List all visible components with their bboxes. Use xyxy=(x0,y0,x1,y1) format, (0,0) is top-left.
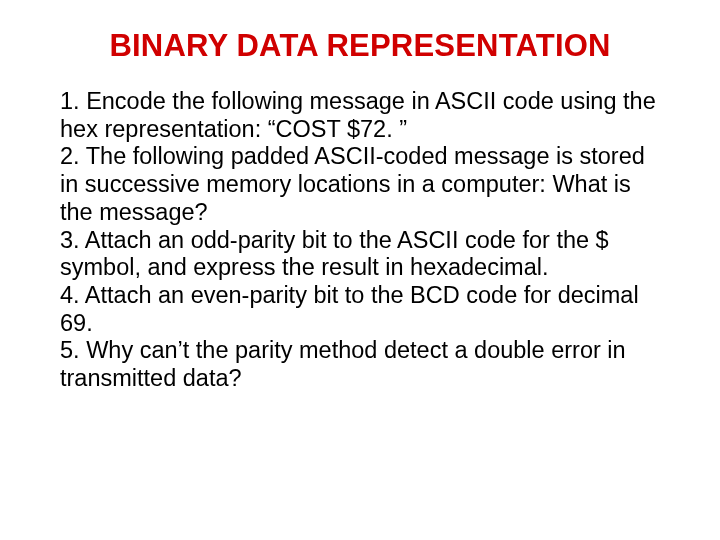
list-item: 4. Attach an even-parity bit to the BCD … xyxy=(60,282,660,337)
list-item: 3. Attach an odd-parity bit to the ASCII… xyxy=(60,227,660,282)
list-item: 2. The following padded ASCII-coded mess… xyxy=(60,143,660,226)
slide-title: BINARY DATA REPRESENTATION xyxy=(60,28,660,64)
slide-body: 1. Encode the following message in ASCII… xyxy=(60,88,660,393)
slide: BINARY DATA REPRESENTATION 1. Encode the… xyxy=(0,0,720,540)
list-item: 5. Why can’t the parity method detect a … xyxy=(60,337,660,392)
list-item: 1. Encode the following message in ASCII… xyxy=(60,88,660,143)
